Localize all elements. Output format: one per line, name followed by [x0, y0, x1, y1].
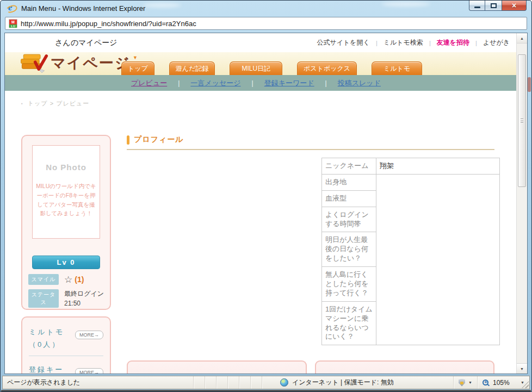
breadcrumb: ▪ トップ > プレビュー [21, 99, 516, 108]
logo-text: マイページ [51, 53, 131, 73]
scroll-down-icon: ▼ [520, 367, 524, 371]
scroll-up-button[interactable]: ▲ [517, 33, 527, 43]
level-badge[interactable]: Lv 0 [32, 256, 100, 269]
glass-reflection [381, 2, 430, 7]
minimize-button[interactable] [469, 1, 485, 11]
tab-milu-diary[interactable]: MILU日記 [230, 61, 282, 75]
maximize-icon [491, 3, 497, 8]
zone-text: インターネット | 保護モード: 無効 [292, 378, 394, 387]
vertical-scrollbar[interactable]: ▲ ▼ [516, 33, 527, 374]
subnav-link-registered-keywords[interactable]: 登録キーワード [264, 78, 314, 88]
close-icon: × [512, 2, 516, 9]
last-login: 最終ログイン 21:50 [64, 289, 104, 308]
tab-miltomo[interactable]: ミルトモ [372, 61, 422, 75]
header-link-official-site[interactable]: 公式サイトを開く [317, 38, 369, 47]
table-row: ニックネーム 翔架 [322, 158, 500, 175]
miltomo-more-button[interactable]: MORE→ [75, 331, 103, 339]
profile-label-nickname: ニックネーム [322, 158, 376, 175]
milu-favicon-icon: MLU [9, 19, 17, 28]
window-controls: × [469, 1, 527, 11]
sidebar: No Photo MILUのワールド内でキーボードのF8キーを押してアバター写真… [21, 135, 111, 374]
keywords-more-button[interactable]: MORE→ [75, 368, 103, 374]
one-word-message-section: ··· 一言メッセージ MORE→ [315, 360, 495, 374]
avatar-stats: スマイル ☆ (1) ステータス 最終ログイン 21:50 [28, 274, 100, 308]
smile-count: (1) [75, 275, 84, 284]
recent-word-section: ··· 最近の一言 MORE→ [127, 360, 307, 374]
header-link-yosegaki[interactable]: よせがき [483, 38, 510, 47]
subnav-link-posted-threads[interactable]: 投稿スレッド [338, 78, 381, 88]
page-header: さんのマイページ 公式サイトを開く | ミルトモ検索 | 友達を招待 | よせが… [5, 33, 516, 52]
divider [29, 356, 103, 356]
status-segment [227, 376, 239, 389]
mypage-logo[interactable]: マイページ [18, 53, 131, 73]
star-icon: ☆ [64, 275, 72, 284]
header-link-miltomo-search[interactable]: ミルトモ検索 [383, 38, 423, 47]
address-input[interactable]: MLU http://www.milu.jp/popup_inc/showfri… [5, 17, 527, 30]
nav-tabs: ▼ トップ 遊んだ記録 MILU日記 ポストボックス ミルトモ [121, 61, 437, 75]
profile-label-birthplace: 出身地 [322, 174, 376, 190]
avatar-card: No Photo MILUのワールド内でキーボードのF8キーを押してアバター写真… [21, 135, 111, 310]
table-row: 出身地 [322, 174, 500, 190]
tab-post-box[interactable]: ポストボックス [297, 61, 357, 75]
scroll-down-button[interactable]: ▼ [517, 363, 527, 374]
main-content-row: No Photo MILUのワールド内でキーボードのF8キーを押してアバター写真… [21, 135, 516, 374]
profile-label-time-machine: 1回だけタイムマシーンに乗れるならいつにいく？ [322, 301, 376, 345]
maximize-button[interactable] [485, 1, 502, 11]
close-button[interactable]: × [502, 1, 527, 11]
separator: | [252, 79, 253, 87]
window-bottom-border [1, 390, 531, 391]
separator: | [376, 40, 378, 46]
last-login-label: 最終ログイン [64, 290, 104, 297]
last-login-time: 21:50 [64, 300, 81, 307]
browser-window: e Main Menu - Windows Internet Explorer … [0, 0, 532, 392]
section-rule [127, 149, 494, 150]
tab-top[interactable]: ▼ トップ [121, 61, 154, 75]
profile-label-desert-island: 無人島に行くとしたら何を持って行く？ [322, 267, 376, 302]
shield-icon [459, 379, 465, 387]
separator: | [325, 79, 327, 87]
profile-content: プロフィール ニックネーム 翔架 出身地 血液型 よくログインする [127, 135, 494, 374]
smile-label: スマイル [28, 274, 59, 285]
sub-navigation: プレビュー | 一言メッセージ | 登録キーワード | 投稿スレッド [5, 75, 516, 91]
profile-section-title: プロフィール [134, 135, 184, 145]
status-segment [250, 376, 262, 389]
subnav-link-one-word-message[interactable]: 一言メッセージ [190, 78, 240, 88]
sidebar-links-card: ミルトモ（0人） MORE→ 登録キーワード MORE→ [21, 316, 111, 374]
profile-label-last-day: 明日が人生最後の日なら何をしたい？ [322, 232, 376, 267]
magnifier-icon [482, 379, 488, 385]
miltomo-row: ミルトモ（0人） MORE→ [29, 326, 103, 351]
separator: | [429, 40, 431, 46]
separator: | [475, 40, 477, 46]
bottom-sections: ··· 最近の一言 MORE→ ··· 一言メッセージ MORE→ [127, 360, 494, 374]
profile-label-blood-type: 血液型 [322, 190, 376, 207]
tab-play-history[interactable]: 遊んだ記録 [169, 61, 215, 75]
protected-mode-button[interactable]: ▼ [453, 376, 477, 389]
window-title: Main Menu - Windows Internet Explorer [21, 4, 145, 13]
profile-value-nickname: 翔架 [376, 158, 500, 175]
security-zone-pane: インターネット | 保護モード: 無効 [262, 376, 399, 389]
zoom-level: 105% [493, 379, 510, 387]
status-bar: ページが表示されました インターネット | 保護モード: 無効 ▼ 105% ▼ [2, 376, 530, 389]
status-segment [205, 376, 216, 389]
page-title: さんのマイページ [55, 38, 117, 48]
status-message: ページが表示されました [3, 378, 193, 387]
profile-label-login-time: よくログインする時間帯 [322, 207, 376, 232]
url-text: http://www.milu.jp/popup_inc/showfriend/… [21, 20, 196, 28]
zoom-control[interactable]: 105% ▼ [477, 376, 529, 389]
subnav-link-preview[interactable]: プレビュー [131, 78, 167, 88]
keywords-label: 登録キーワード [29, 363, 72, 374]
titlebar[interactable]: e Main Menu - Windows Internet Explorer … [1, 1, 531, 16]
header-links: 公式サイトを開く | ミルトモ検索 | 友達を招待 | よせがき [317, 38, 510, 47]
main-navigation-band: マイページ ▼ トップ 遊んだ記録 MILU日記 ポストボックス ミルトモ [5, 52, 516, 75]
scrollbar-thumb[interactable] [518, 54, 526, 187]
profile-value-empty [376, 174, 500, 345]
internet-explorer-icon: e [6, 3, 17, 13]
photo-hint-text: MILUのワールド内でキーボードのF8キーを押してアバター写真を撮影してみましょ… [35, 182, 97, 218]
keywords-row: 登録キーワード MORE→ [29, 363, 103, 374]
scrollbar-grip-icon [521, 119, 523, 123]
chevron-down-icon: ▼ [521, 381, 524, 384]
status-segment [239, 376, 250, 389]
minimize-icon [474, 7, 480, 8]
header-link-invite-friends[interactable]: 友達を招待 [437, 38, 469, 47]
status-segment [216, 376, 227, 389]
